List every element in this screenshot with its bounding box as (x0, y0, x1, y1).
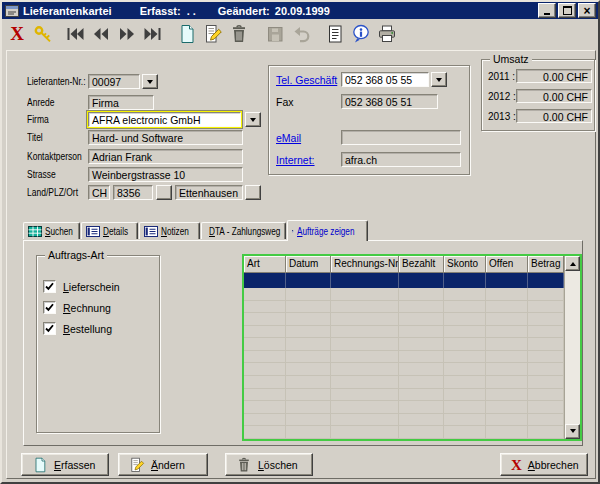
report-button[interactable] (322, 22, 348, 46)
edit-record-button[interactable] (200, 22, 226, 46)
minimize-button[interactable] (538, 3, 556, 18)
button-label: Erfassen (54, 459, 95, 471)
previous-record-button[interactable] (88, 22, 114, 46)
checkbox-lieferschein[interactable] (43, 280, 56, 293)
undo-button-disabled (288, 22, 314, 46)
plz-lookup-button[interactable] (156, 185, 172, 200)
land-field[interactable]: CH (88, 185, 110, 200)
firma-label: Firma (27, 114, 49, 125)
tab-notizen[interactable]: Notizen (139, 222, 200, 239)
umsatz-title: Umsatz (490, 53, 532, 65)
email-field[interactable] (341, 130, 461, 145)
table-row[interactable] (244, 338, 564, 351)
abbrechen-button[interactable]: X Abbrechen (500, 453, 588, 476)
button-label: Löschen (258, 459, 298, 471)
table-row[interactable] (244, 326, 564, 339)
strasse-field[interactable]: Weinbergstrasse 10 (88, 167, 243, 182)
orders-table-header: Art Datum Rechnungs-Nr. Bezahlt Skonto O… (244, 256, 564, 273)
table-row[interactable] (244, 426, 564, 439)
close-button[interactable]: × (578, 3, 596, 18)
table-row[interactable] (244, 414, 564, 427)
grid-icon (28, 226, 42, 237)
tab-dta-zahlungsweg[interactable]: DTA - Zahlungsweg (201, 222, 286, 239)
strasse-label: Strasse (27, 169, 56, 180)
first-record-button[interactable] (62, 22, 88, 46)
title-bar[interactable]: Lieferantenkartei Erfasst: . . Geändert:… (2, 2, 598, 19)
delete-record-button[interactable] (226, 22, 252, 46)
tel-geschaeft-link[interactable]: Tel. Geschäft (276, 74, 337, 86)
column-header-bezahlt[interactable]: Bezahlt (399, 256, 444, 273)
table-row[interactable] (244, 288, 564, 301)
scroll-down-button[interactable] (565, 424, 580, 439)
ort-field[interactable]: Ettenhausen (175, 185, 243, 200)
maximize-button[interactable] (558, 3, 576, 18)
orders-table-empty-rows (244, 288, 564, 439)
next-record-button[interactable] (114, 22, 140, 46)
titel-field[interactable]: Hard- und Software (88, 130, 243, 145)
table-row[interactable] (244, 301, 564, 314)
orders-table-grid: Art Datum Rechnungs-Nr. Bezahlt Skonto O… (244, 256, 564, 439)
table-row[interactable] (244, 313, 564, 326)
column-header-skonto[interactable]: Skonto (444, 256, 486, 273)
arrow-up-icon (570, 259, 576, 266)
table-row[interactable] (244, 351, 564, 364)
tab-suchen[interactable]: Suchen (23, 222, 80, 239)
table-row-selected[interactable] (244, 273, 564, 288)
plz-field[interactable]: 8356 (113, 185, 153, 200)
tel-geschaeft-field[interactable]: 052 368 05 55 (341, 72, 429, 87)
kontaktperson-label: Kontaktperson (27, 151, 82, 162)
previous-record-icon (91, 26, 111, 42)
firma-field[interactable]: AFRA electronic GmbH (88, 112, 241, 127)
info-button[interactable] (348, 22, 374, 46)
key-icon (33, 24, 53, 44)
internet-link[interactable]: Internet: (276, 154, 315, 166)
column-header-datum[interactable]: Datum (286, 256, 331, 273)
column-header-art[interactable]: Art (244, 256, 286, 273)
column-header-rechnungs-nr[interactable]: Rechnungs-Nr. (331, 256, 399, 273)
checkbox-rechnung[interactable] (43, 301, 56, 314)
maximize-icon (563, 6, 572, 15)
umsatz-year-label: 2013 : (488, 111, 516, 122)
anrede-label: Anrede (27, 97, 54, 108)
checkbox-bestellung[interactable] (43, 322, 56, 335)
last-record-icon (143, 26, 163, 42)
lieferanten-nr-dropdown-button[interactable] (142, 74, 158, 89)
print-button[interactable] (374, 22, 400, 46)
column-header-betrag[interactable]: Betrag (528, 256, 564, 273)
last-record-button[interactable] (140, 22, 166, 46)
scroll-up-button[interactable] (565, 256, 580, 271)
fax-field[interactable]: 052 368 05 51 (341, 94, 438, 109)
next-record-icon (117, 26, 137, 42)
table-row[interactable] (244, 389, 564, 402)
cancel-button[interactable]: X (4, 22, 30, 46)
ort-lookup-button[interactable] (245, 185, 261, 200)
tab-auftraege-zeigen[interactable]: Aufträge zeigen (287, 220, 368, 241)
table-row[interactable] (244, 376, 564, 389)
new-document-icon (32, 457, 48, 473)
window-title: Lieferantenkartei (23, 5, 112, 17)
umsatz-value-field: 0.00 CHF (516, 69, 592, 83)
fax-label: Fax (276, 96, 294, 108)
key-button[interactable] (30, 22, 56, 46)
loeschen-button[interactable]: Löschen (225, 453, 313, 476)
email-link[interactable]: eMail (276, 132, 301, 144)
firma-field-highlight: AFRA electronic GmbH (86, 110, 243, 129)
button-label: Ändern (151, 459, 185, 471)
column-header-offen[interactable]: Offen (486, 256, 528, 273)
firma-dropdown-button[interactable] (245, 112, 261, 127)
anrede-field[interactable]: Firma (88, 95, 154, 110)
save-record-button-disabled (262, 22, 288, 46)
table-row[interactable] (244, 363, 564, 376)
app-icon (5, 5, 19, 17)
lieferanten-nr-field[interactable]: 00097 (88, 74, 140, 89)
aendern-button[interactable]: Ändern (118, 453, 208, 476)
kontaktperson-field[interactable]: Adrian Frank (88, 149, 243, 164)
tel-dropdown-button[interactable] (431, 72, 447, 87)
erfassen-button[interactable]: Erfassen (21, 453, 109, 476)
table-row[interactable] (244, 401, 564, 414)
new-record-button[interactable] (174, 22, 200, 46)
table-scrollbar[interactable] (564, 256, 580, 439)
tab-details[interactable]: Details (81, 222, 138, 239)
internet-field[interactable]: afra.ch (341, 152, 461, 167)
undo-icon (291, 24, 311, 44)
